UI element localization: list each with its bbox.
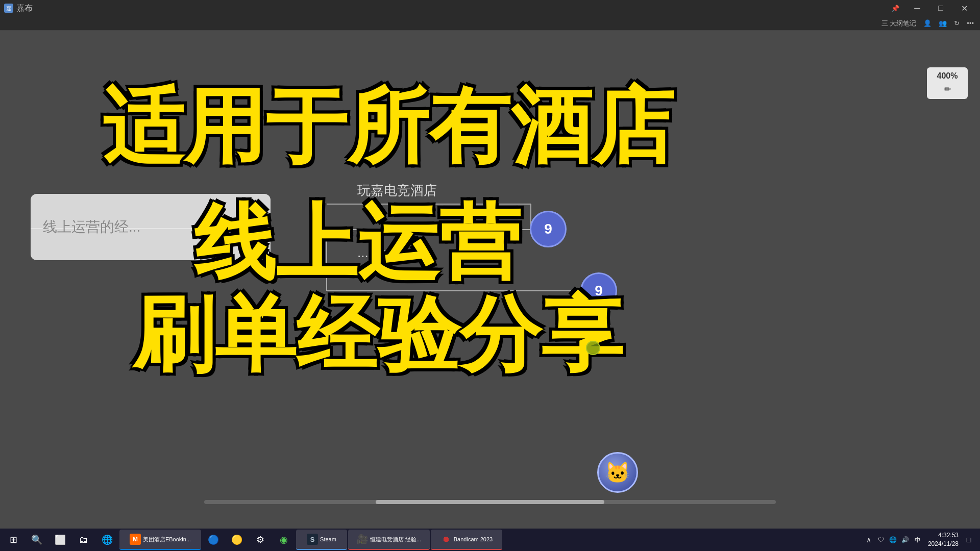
titlebar-right: 📌 ─ □ ✕ <box>891 0 976 16</box>
clock[interactable]: 4:32:53 2024/11/28 <box>925 531 962 548</box>
tray-icon-sound[interactable]: 🔊 <box>900 535 911 545</box>
left-box: 线上运营的经... <box>31 194 271 260</box>
clock-date: 2024/11/28 <box>928 540 959 548</box>
titlebar: 嘉 嘉布 📌 ─ □ ✕ <box>0 0 980 16</box>
taskbar-item-browser2[interactable]: 🔵 <box>202 530 225 550</box>
taskbar-item-meituan[interactable]: M 美团酒店EBookin... <box>119 530 201 550</box>
hengjian-label: 恒建电竞酒店 经验... <box>370 536 421 543</box>
app1-icon: 🟡 <box>231 534 242 545</box>
steam-label: Steam <box>320 536 336 542</box>
app-logo: 嘉 嘉布 <box>4 3 33 14</box>
avatar-face: 🐱 <box>605 461 630 485</box>
zoom-panel: 400% ✏ <box>927 67 968 99</box>
mindmap-lines <box>0 31 980 529</box>
win-controls: ─ □ ✕ <box>905 0 976 16</box>
h-scrollbar-thumb[interactable] <box>376 500 604 504</box>
node2-label: ···电竞酒店 <box>357 247 422 265</box>
meituan-icon: M <box>130 534 141 545</box>
search-button[interactable]: 🔍 <box>26 530 48 550</box>
canvas-area[interactable]: 适用于所有酒店 线上运营 刷单经验分享 线上运营的经... 玩嘉电竞酒店 ···… <box>0 31 980 529</box>
taskbar-item-explorer[interactable]: 🗂 <box>72 530 95 550</box>
h-scrollbar[interactable] <box>204 500 776 504</box>
app2-icon: ⚙ <box>255 534 266 545</box>
node1-number: 9 <box>544 221 552 237</box>
taskbar: ⊞ 🔍 ⬜ 🗂 🌐 M 美团酒店EBookin... 🔵 🟡 ⚙ ◉ S Ste… <box>0 529 980 551</box>
close-button[interactable]: ✕ <box>952 0 976 16</box>
refresh-icon[interactable]: ↻ <box>954 19 960 27</box>
hengjian-icon: 🎥 <box>357 534 368 545</box>
notification-icon[interactable]: □ <box>964 535 974 545</box>
tray-icon-security[interactable]: 🛡 <box>876 535 886 545</box>
minimize-button[interactable]: ─ <box>905 0 929 16</box>
browser-icon: 🌐 <box>102 534 113 545</box>
windows-icon: ⊞ <box>8 534 19 545</box>
node1-label: 玩嘉电竞酒店 <box>357 182 437 199</box>
user-icon[interactable]: 👤 <box>923 19 932 27</box>
circle-node-2[interactable]: 9 <box>580 272 617 309</box>
left-box-text: 线上运营的经... <box>43 217 140 237</box>
app3-icon: ◉ <box>278 534 289 545</box>
clock-time: 4:32:53 <box>928 531 959 540</box>
main-title-line1: 适用于所有酒店 <box>102 82 674 171</box>
taskbar-item-app3[interactable]: ◉ <box>273 530 295 550</box>
browser2-icon: 🔵 <box>208 534 219 545</box>
maximize-button[interactable]: □ <box>929 0 952 16</box>
toolbar: 三 大纲笔记 👤 👥 ↻ ••• <box>0 16 980 31</box>
taskbar-item-app2[interactable]: ⚙ <box>249 530 272 550</box>
pin-icon[interactable]: 📌 <box>891 5 899 12</box>
circle-node-1[interactable]: 9 <box>530 211 567 247</box>
zoom-icon[interactable]: ✏ <box>944 84 951 95</box>
start-button[interactable]: ⊞ <box>2 530 24 550</box>
taskbar-item-bandicam[interactable]: ⏺ Bandicam 2023 <box>431 530 502 550</box>
explorer-icon: 🗂 <box>78 534 89 545</box>
meituan-label: 美团酒店EBookin... <box>143 536 191 543</box>
avatar-circle: 🐱 <box>597 452 638 493</box>
taskbar-item-browser[interactable]: 🌐 <box>96 530 118 550</box>
tray-hidden-icons[interactable]: ∧ <box>864 535 874 545</box>
bandicam-label: Bandicam 2023 <box>454 536 493 542</box>
search-icon: 🔍 <box>31 534 42 545</box>
more-icon[interactable]: ••• <box>967 19 974 27</box>
cursor-pointer <box>586 341 600 355</box>
share-icon[interactable]: 👥 <box>939 19 947 27</box>
taskbar-item-app1[interactable]: 🟡 <box>226 530 248 550</box>
avatar-overlay: 🐱 <box>597 452 643 498</box>
taskview-button[interactable]: ⬜ <box>49 530 71 550</box>
node2-number: 9 <box>595 283 603 299</box>
taskbar-item-steam[interactable]: S Steam <box>296 530 347 550</box>
tray-icon-ime[interactable]: 中 <box>913 535 923 545</box>
taskview-icon: ⬜ <box>55 534 66 545</box>
main-title-line3: 刷单经验分享 <box>133 281 623 391</box>
zoom-value: 400% <box>937 71 958 81</box>
system-tray: ∧ 🛡 🌐 🔊 中 4:32:53 2024/11/28 □ <box>864 531 978 548</box>
app-title: 嘉布 <box>16 3 33 14</box>
bandicam-icon: ⏺ <box>440 534 452 545</box>
taskbar-item-hengjian[interactable]: 🎥 恒建电竞酒店 经验... <box>348 530 430 550</box>
outline-button[interactable]: 三 大纲笔记 <box>881 19 917 28</box>
tray-icon-network[interactable]: 🌐 <box>888 535 898 545</box>
steam-icon: S <box>307 534 318 545</box>
app-logo-icon: 嘉 <box>4 4 13 13</box>
